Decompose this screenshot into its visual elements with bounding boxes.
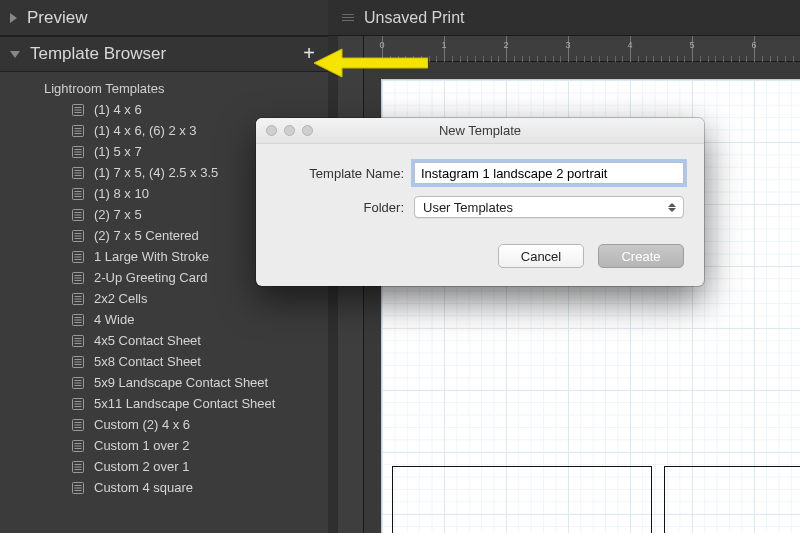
folder-label: Lightroom Templates [44,81,164,96]
cancel-button[interactable]: Cancel [498,244,584,268]
template-item-label: (2) 7 x 5 Centered [94,228,199,243]
template-name-input[interactable] [414,162,684,184]
template-doc-icon [72,314,84,326]
dialog-title: New Template [256,123,704,138]
dialog-titlebar[interactable]: New Template [256,118,704,144]
template-item-label: 5x11 Landscape Contact Sheet [94,396,275,411]
ruler-label: 6 [751,40,756,50]
template-item[interactable]: 4x5 Contact Sheet [0,330,328,351]
template-item-label: 1 Large With Stroke [94,249,209,264]
template-item-label: (1) 8 x 10 [94,186,149,201]
template-item-label: Custom 2 over 1 [94,459,189,474]
template-browser-header[interactable]: Template Browser + [0,36,328,72]
layout-cell[interactable] [664,466,800,533]
ruler-label: 5 [689,40,694,50]
folder-select-value: User Templates [423,200,513,215]
traffic-light-min-icon[interactable] [284,125,295,136]
template-item-label: 2-Up Greeting Card [94,270,207,285]
folder-select[interactable]: User Templates [414,196,684,218]
template-doc-icon [72,188,84,200]
template-item[interactable]: Custom (2) 4 x 6 [0,414,328,435]
template-doc-icon [72,398,84,410]
traffic-light-zoom-icon[interactable] [302,125,313,136]
template-item-label: Custom (2) 4 x 6 [94,417,190,432]
disclosure-triangle-icon [10,51,20,58]
template-doc-icon [72,335,84,347]
template-item[interactable]: 4 Wide [0,309,328,330]
template-doc-icon [72,125,84,137]
template-doc-icon [72,230,84,242]
chevron-updown-icon [665,203,679,212]
new-template-dialog: New Template Template Name: Folder: User… [256,118,704,286]
template-name-label: Template Name: [276,166,414,181]
tab-grip-icon [338,14,358,21]
ruler-label: 4 [627,40,632,50]
template-item[interactable]: Custom 2 over 1 [0,456,328,477]
ruler-label: 2 [503,40,508,50]
create-button-label: Create [621,249,660,264]
template-doc-icon [72,146,84,158]
template-doc-icon [72,461,84,473]
template-doc-icon [72,293,84,305]
template-item[interactable]: Custom 1 over 2 [0,435,328,456]
template-item-label: Custom 1 over 2 [94,438,189,453]
template-doc-icon [72,251,84,263]
ruler-label: 0 [379,40,384,50]
template-item[interactable]: Custom 4 square [0,477,328,498]
template-doc-icon [72,419,84,431]
template-item-label: Custom 4 square [94,480,193,495]
template-item-label: (1) 5 x 7 [94,144,142,159]
preview-title: Preview [27,8,318,28]
horizontal-ruler: 0123456 [364,36,800,62]
template-item-label: 4 Wide [94,312,134,327]
traffic-light-close-icon[interactable] [266,125,277,136]
cancel-button-label: Cancel [521,249,561,264]
template-item-label: (1) 7 x 5, (4) 2.5 x 3.5 [94,165,218,180]
template-item-label: (2) 7 x 5 [94,207,142,222]
create-button[interactable]: Create [598,244,684,268]
template-item-label: 5x8 Contact Sheet [94,354,201,369]
template-doc-icon [72,272,84,284]
template-doc-icon [72,356,84,368]
disclosure-triangle-icon [10,13,17,23]
ruler-corner [338,36,364,62]
template-doc-icon [72,482,84,494]
document-title: Unsaved Print [364,9,465,27]
document-tab[interactable]: Unsaved Print [328,0,800,36]
template-item[interactable]: 2x2 Cells [0,288,328,309]
template-item[interactable]: (1) 4 x 6 [0,99,328,120]
template-item[interactable]: 5x9 Landscape Contact Sheet [0,372,328,393]
template-item-label: 4x5 Contact Sheet [94,333,201,348]
template-item[interactable]: 5x8 Contact Sheet [0,351,328,372]
template-item[interactable]: 5x11 Landscape Contact Sheet [0,393,328,414]
template-item-label: (1) 4 x 6 [94,102,142,117]
template-browser-title: Template Browser [30,44,300,64]
preview-panel-header[interactable]: Preview [0,0,328,36]
window-controls [266,125,313,136]
template-item-label: 2x2 Cells [94,291,147,306]
template-doc-icon [72,377,84,389]
ruler-label: 1 [441,40,446,50]
ruler-label: 3 [565,40,570,50]
template-folder[interactable]: Lightroom Templates [0,78,328,99]
template-item-label: 5x9 Landscape Contact Sheet [94,375,268,390]
template-doc-icon [72,167,84,179]
template-doc-icon [72,104,84,116]
layout-cell[interactable] [392,466,652,533]
add-template-button[interactable]: + [300,45,318,63]
template-doc-icon [72,209,84,221]
folder-label: Folder: [276,200,414,215]
template-item-label: (1) 4 x 6, (6) 2 x 3 [94,123,197,138]
template-doc-icon [72,440,84,452]
